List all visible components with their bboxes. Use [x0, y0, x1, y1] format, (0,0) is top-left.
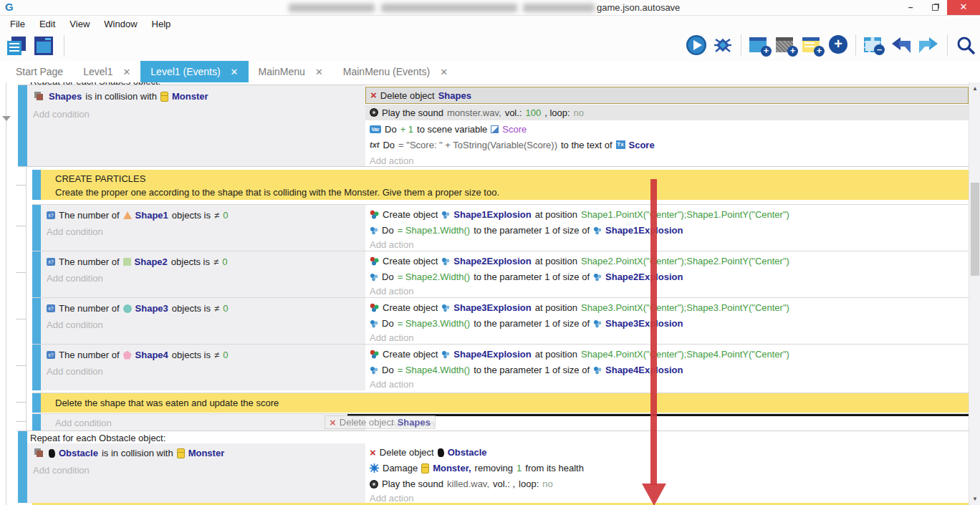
object-name: Monster: [188, 447, 225, 459]
event-selection-bar[interactable]: [32, 414, 41, 431]
add-other-event-icon[interactable]: [829, 35, 847, 54]
add-condition-link[interactable]: Add condition: [47, 226, 103, 238]
menu-help[interactable]: Help: [145, 16, 178, 32]
add-condition-link[interactable]: Add condition: [47, 319, 103, 331]
scrollbar-thumb[interactable]: [971, 183, 979, 276]
event-selection-bar[interactable]: [32, 170, 41, 200]
add-action-link[interactable]: Add action: [365, 238, 969, 251]
condition-count-shape3[interactable]: The number of Shape3 objects is ≠ 0: [47, 302, 228, 314]
add-condition-link[interactable]: Add condition: [47, 365, 103, 377]
tab-mainmenu[interactable]: MainMenu✕: [249, 61, 333, 82]
object-count-icon: [47, 304, 55, 312]
action-create-object[interactable]: Create object Shape2Explosion at positio…: [365, 254, 969, 269]
action-delete-obstacle[interactable]: Delete object Obstacle: [365, 445, 969, 460]
condition-collision[interactable]: Shapes is in collision with Monster: [33, 90, 208, 102]
action-create-object[interactable]: Create object Shape3Explosion at positio…: [365, 300, 969, 315]
object-name: Monster: [172, 90, 208, 102]
close-tab-icon[interactable]: ✕: [315, 67, 323, 77]
condition-count-shape4[interactable]: The number of Shape4 objects is ≠ 0: [47, 349, 228, 361]
add-condition-link[interactable]: Add condition: [33, 464, 90, 476]
tab-label: MainMenu (Events): [343, 66, 430, 77]
redacted-title-segment: [289, 4, 375, 12]
action-set-size[interactable]: Do = Shape3.Width() to the parameter 1 o…: [365, 316, 969, 331]
action-text: to the parameter 1 of size of: [474, 271, 590, 282]
repeat-obstacle-header[interactable]: Repeat for each Obstacle object:: [30, 432, 165, 444]
condition-count-shape2[interactable]: The number of Shape2 objects is ≠ 0: [47, 256, 227, 268]
tab-mainmenu-events[interactable]: MainMenu (Events)✕: [333, 61, 458, 82]
tab-start-page[interactable]: Start Page: [6, 61, 73, 82]
conditions-panel: The number of Shape1 objects is ≠ 0 Add …: [41, 205, 365, 251]
add-comment-icon[interactable]: [802, 37, 820, 52]
particle-icon: [441, 211, 450, 219]
debug-icon[interactable]: [713, 35, 733, 55]
scene-editor-icon[interactable]: [34, 37, 53, 55]
delete-icon: [330, 418, 336, 428]
menu-edit[interactable]: Edit: [32, 16, 62, 32]
operator: ≠: [214, 209, 219, 221]
action-set-text[interactable]: Do = "Score: " + ToString(Variable(Score…: [365, 137, 969, 153]
add-condition-link[interactable]: Add condition: [33, 108, 90, 120]
ghost-object-name: Shapes: [398, 417, 431, 428]
condition-text: objects is: [172, 302, 211, 314]
comment-delete-shape[interactable]: Delete the shape that was eaten and upda…: [32, 393, 969, 413]
condition-obstacle-collision[interactable]: Obstacle is in collision with Monster: [33, 447, 224, 459]
action-set-size[interactable]: Do = Shape4.Width() to the parameter 1 o…: [365, 362, 969, 377]
add-subevent-icon[interactable]: [776, 37, 793, 52]
action-delete-shapes[interactable]: Delete object Shapes: [365, 87, 969, 104]
project-manager-icon[interactable]: [7, 37, 26, 55]
create-object-icon: [370, 350, 379, 359]
add-condition-link[interactable]: Add condition: [55, 417, 112, 429]
add-condition-link[interactable]: Add condition: [47, 272, 103, 284]
condition-count-shape1[interactable]: The number of Shape1 objects is ≠ 0: [47, 209, 228, 221]
remove-event-icon[interactable]: [864, 37, 881, 52]
event-selection-bar[interactable]: [18, 85, 27, 166]
menu-file[interactable]: File: [3, 16, 32, 32]
redo-icon[interactable]: [918, 36, 939, 54]
minus-badge: [874, 44, 885, 55]
add-action-link[interactable]: Add action: [365, 331, 969, 344]
action-set-size[interactable]: Do = Shape2.Width() to the parameter 1 o…: [365, 269, 969, 284]
action-set-size[interactable]: Do = Shape1.Width() to the parameter 1 o…: [365, 223, 969, 238]
event-selection-bar[interactable]: [32, 251, 41, 297]
restore-button[interactable]: [924, 0, 946, 15]
action-damage-monster[interactable]: Damage Monster, removing 1 from its heal…: [365, 461, 969, 476]
close-button[interactable]: ✕: [947, 0, 980, 15]
scroll-down-icon[interactable]: ▼: [969, 496, 980, 502]
action-scene-variable[interactable]: Do + 1 to scene variable Score: [365, 121, 969, 137]
tab-level1-events[interactable]: Level1 (Events)✕: [140, 61, 248, 82]
comment-create-particles[interactable]: CREATE PARTICLES Create the proper one a…: [32, 170, 969, 200]
action-play-sound[interactable]: Play the sound monster.wav, vol.: 100 , …: [365, 105, 969, 120]
add-action-link[interactable]: Add action: [365, 153, 969, 168]
tab-label: Level1 (Events): [150, 66, 220, 77]
comment-body[interactable]: Delete the shape that was eaten and upda…: [41, 393, 969, 413]
event-selection-bar[interactable]: [32, 298, 41, 344]
event-selection-bar[interactable]: [32, 393, 41, 413]
actions-panel: Delete object Obstacle Damage Monster, r…: [365, 443, 969, 504]
action-create-object[interactable]: Create object Shape1Explosion at positio…: [365, 207, 969, 222]
close-tab-icon[interactable]: ✕: [123, 67, 130, 77]
action-play-sound[interactable]: Play the sound killed.wav, vol.: , loop:…: [365, 476, 969, 491]
object-count-icon: [47, 258, 55, 266]
close-tab-icon[interactable]: ✕: [231, 67, 239, 77]
comment-body[interactable]: CREATE PARTICLES Create the proper one a…: [41, 170, 969, 200]
add-event-icon[interactable]: [749, 37, 767, 52]
event-selection-bar[interactable]: [32, 205, 41, 251]
scroll-up-icon[interactable]: ▲: [969, 85, 980, 92]
tab-level1[interactable]: Level1✕: [73, 61, 140, 82]
expression: = "Score: " + ToString(Variable(Score)): [398, 140, 557, 150]
menu-window[interactable]: Window: [97, 16, 144, 32]
action-create-object[interactable]: Create object Shape4Explosion at positio…: [365, 347, 969, 362]
menu-view[interactable]: View: [62, 16, 97, 32]
close-tab-icon[interactable]: ✕: [440, 67, 448, 77]
undo-icon[interactable]: [890, 36, 912, 54]
add-action-link[interactable]: Add action: [365, 377, 969, 390]
collapse-arrow-icon[interactable]: [2, 116, 11, 121]
search-icon[interactable]: [956, 35, 976, 55]
event-selection-bar[interactable]: [18, 431, 27, 503]
vertical-scrollbar[interactable]: ▲ ▼: [969, 82, 980, 505]
add-action-link[interactable]: Add action: [365, 284, 969, 297]
minimize-button[interactable]: –: [900, 0, 921, 15]
collision-icon: [37, 451, 43, 457]
event-selection-bar[interactable]: [32, 345, 41, 390]
play-icon[interactable]: [686, 34, 707, 56]
